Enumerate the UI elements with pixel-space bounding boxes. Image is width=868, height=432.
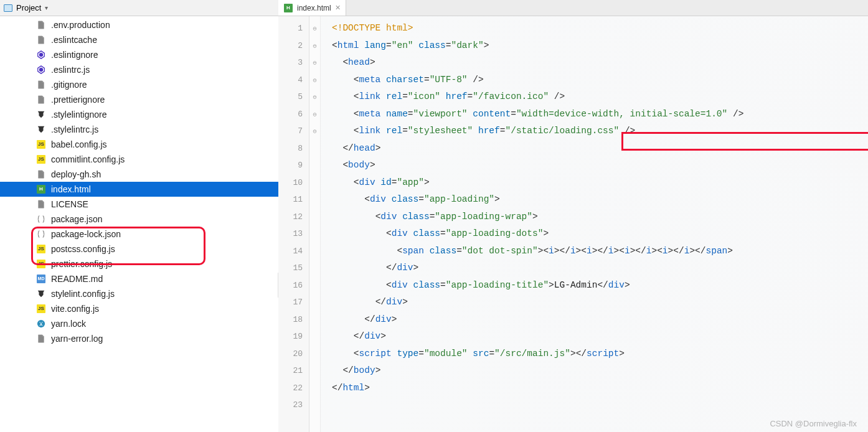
file-name: yarn-error.log <box>51 334 103 344</box>
stylelint-icon <box>36 110 46 120</box>
file-item[interactable]: yarn.lock <box>0 316 278 331</box>
file-item[interactable]: Hindex.html <box>0 182 278 197</box>
editor-tabs: H index.html ✕ <box>278 0 868 16</box>
file-name: yarn.lock <box>51 319 86 329</box>
html-icon: H <box>283 3 293 13</box>
eslint-icon <box>36 50 46 60</box>
file-item[interactable]: .stylelintignore <box>0 107 278 122</box>
file-item[interactable]: JSvite.config.js <box>0 301 278 316</box>
js-icon: JS <box>36 154 46 164</box>
close-icon[interactable]: ✕ <box>335 4 341 12</box>
file-item[interactable]: JSprettier.config.js <box>0 256 278 271</box>
file-item[interactable]: .env.production <box>0 17 278 32</box>
stylelint-icon <box>36 124 46 134</box>
code-content[interactable]: <!DOCTYPE html> <html lang="en" class="d… <box>321 16 868 432</box>
json-icon <box>36 229 46 239</box>
file-name: .eslintcache <box>51 35 97 45</box>
svg-marker-6 <box>39 68 43 72</box>
project-dropdown[interactable]: Project ▾ <box>4 3 48 12</box>
file-name: vite.config.js <box>51 304 99 314</box>
file-list: .env.production.eslintcache.eslintignore… <box>0 17 278 346</box>
code-editor[interactable]: 1234567891011121314151617181920212223 ⊖⊖… <box>278 16 868 432</box>
html-icon: H <box>36 184 46 194</box>
js-icon: JS <box>36 244 46 254</box>
file-name: postcss.config.js <box>51 244 115 254</box>
file-icon <box>36 35 46 45</box>
stylelint-icon <box>36 289 46 299</box>
editor-area: H index.html ✕ 1234567891011121314151617… <box>278 16 868 432</box>
file-item[interactable]: .stylelintrc.js <box>0 122 278 137</box>
yarn-icon <box>36 319 46 329</box>
file-item[interactable]: .eslintcache <box>0 32 278 47</box>
file-item[interactable]: package-lock.json <box>0 227 278 242</box>
file-item[interactable]: JSbabel.config.js <box>0 137 278 152</box>
file-item[interactable]: yarn-error.log <box>0 331 278 346</box>
watermark: CSDN @Dormiveglia-flx <box>770 419 857 428</box>
file-icon <box>36 95 46 105</box>
file-icon <box>36 80 46 90</box>
file-name: README.md <box>51 274 103 284</box>
file-name: index.html <box>51 184 91 194</box>
file-item[interactable]: .eslintignore <box>0 47 278 62</box>
js-icon: JS <box>36 259 46 269</box>
file-name: .eslintignore <box>51 50 98 60</box>
file-name: commitlint.config.js <box>51 154 125 164</box>
file-name: babel.config.js <box>51 139 107 149</box>
eslint-icon <box>36 65 46 75</box>
main-area: .env.production.eslintcache.eslintignore… <box>0 16 868 432</box>
file-item[interactable]: JSpostcss.config.js <box>0 242 278 256</box>
file-item[interactable]: stylelint.config.js <box>0 286 278 301</box>
file-icon <box>36 20 46 30</box>
fold-column[interactable]: ⊖⊖⊖⊖⊖⊖⊖ <box>309 16 321 432</box>
chevron-down-icon: ▾ <box>45 4 48 11</box>
project-icon <box>4 4 12 12</box>
file-item[interactable]: .prettierignore <box>0 92 278 107</box>
file-item[interactable]: package.json <box>0 212 278 227</box>
file-icon <box>36 169 46 179</box>
file-item[interactable]: JScommitlint.config.js <box>0 152 278 167</box>
js-icon: JS <box>36 304 46 314</box>
svg-marker-4 <box>39 53 43 57</box>
json-icon <box>36 214 46 224</box>
file-name: .eslintrc.js <box>51 65 90 75</box>
file-icon <box>36 199 46 209</box>
file-name: .env.production <box>51 20 110 30</box>
file-name: package.json <box>51 214 103 224</box>
file-item[interactable]: LICENSE <box>0 197 278 212</box>
js-icon: JS <box>36 139 46 149</box>
file-name: .stylelintrc.js <box>51 124 98 134</box>
tab-index-html[interactable]: H index.html ✕ <box>278 0 346 16</box>
file-name: prettier.config.js <box>51 259 112 269</box>
file-item[interactable]: .gitignore <box>0 77 278 92</box>
file-name: deploy-gh.sh <box>51 169 101 179</box>
project-label: Project <box>16 3 41 12</box>
file-name: .stylelintignore <box>51 110 107 120</box>
tab-label: index.html <box>297 4 331 12</box>
file-name: .gitignore <box>51 80 87 90</box>
file-name: .prettierignore <box>51 95 105 105</box>
file-name: package-lock.json <box>51 229 121 239</box>
file-item[interactable]: deploy-gh.sh <box>0 167 278 182</box>
file-name: LICENSE <box>51 199 88 209</box>
file-name: stylelint.config.js <box>51 289 115 299</box>
file-item[interactable]: MDREADME.md <box>0 271 278 286</box>
line-gutter: 1234567891011121314151617181920212223 <box>278 16 309 432</box>
md-icon: MD <box>36 274 46 284</box>
file-icon <box>36 334 46 344</box>
project-sidebar[interactable]: .env.production.eslintcache.eslintignore… <box>0 16 278 432</box>
file-item[interactable]: .eslintrc.js <box>0 62 278 77</box>
